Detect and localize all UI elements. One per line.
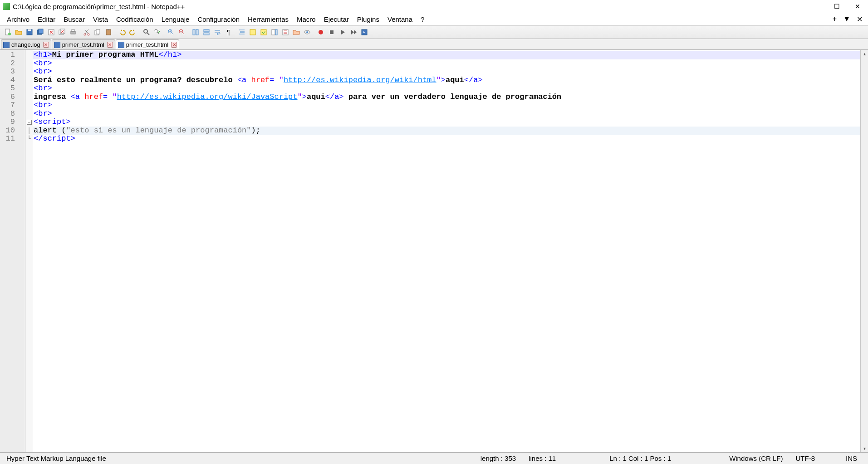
- tab-label: primer_test.html: [126, 41, 168, 48]
- menu-close-icon[interactable]: ✕: [855, 15, 864, 24]
- redo-icon[interactable]: [128, 27, 138, 37]
- menu-codificacion[interactable]: Codificación: [112, 15, 157, 24]
- scroll-down-icon[interactable]: ▾: [861, 444, 868, 452]
- menu-herramientas[interactable]: Herramientas: [244, 15, 293, 24]
- folder-icon[interactable]: [291, 27, 301, 37]
- sync-v-icon[interactable]: [191, 27, 201, 37]
- lang-icon[interactable]: [248, 27, 258, 37]
- print-icon[interactable]: [68, 27, 78, 37]
- svg-rect-22: [196, 29, 198, 35]
- svg-rect-26: [261, 29, 266, 35]
- svg-rect-23: [204, 29, 209, 32]
- status-ins[interactable]: INS: [839, 454, 868, 462]
- replace-icon[interactable]: [152, 27, 162, 37]
- menu-help[interactable]: ?: [417, 15, 428, 24]
- status-encoding[interactable]: UTF-8: [789, 454, 821, 462]
- menu-dropdown-icon[interactable]: ▼: [841, 15, 852, 23]
- close-button[interactable]: ✕: [847, 0, 868, 13]
- tab-close-icon[interactable]: ✕: [171, 42, 177, 48]
- svg-point-32: [319, 30, 323, 34]
- line-number-gutter: 1234567891011: [0, 50, 25, 452]
- tab-label: change.log: [11, 41, 40, 48]
- tabs-bar: change.log ✕ primer_test.html ✕ primer_t…: [0, 39, 868, 50]
- close-file-icon[interactable]: [46, 27, 56, 37]
- zoom-out-icon[interactable]: [177, 27, 187, 37]
- udl-icon[interactable]: [259, 27, 269, 37]
- save-macro-icon[interactable]: [359, 27, 369, 37]
- menu-buscar[interactable]: Buscar: [59, 15, 89, 24]
- fold-column: −│└: [25, 50, 33, 452]
- code-area[interactable]: <h1>Mi primer programa HTML</h1><br><br>…: [33, 50, 860, 452]
- zoom-in-icon[interactable]: [166, 27, 176, 37]
- svg-rect-14: [96, 29, 100, 34]
- menu-lenguaje[interactable]: Lenguaje: [157, 15, 194, 24]
- stop-macro-icon[interactable]: [327, 27, 337, 37]
- window-title: C:\Lógica de programación\primer_test.ht…: [13, 3, 805, 10]
- status-lines: lines : 11: [522, 454, 562, 462]
- monitor-icon[interactable]: [302, 27, 312, 37]
- svg-point-1: [8, 33, 11, 35]
- wrap-icon[interactable]: [212, 27, 222, 37]
- undo-icon[interactable]: [117, 27, 127, 37]
- record-macro-icon[interactable]: [316, 27, 326, 37]
- window-controls: — ☐ ✕: [805, 0, 868, 13]
- menu-archivo[interactable]: Archivo: [3, 15, 34, 24]
- svg-rect-5: [39, 29, 43, 34]
- new-file-icon[interactable]: [3, 27, 13, 37]
- tab-change-log[interactable]: change.log ✕: [1, 39, 51, 49]
- save-all-icon[interactable]: [35, 27, 45, 37]
- document-icon: [54, 42, 60, 48]
- svg-rect-16: [108, 29, 109, 30]
- menu-bar: Archivo Editar Buscar Vista Codificación…: [0, 13, 868, 25]
- copy-icon[interactable]: [93, 27, 103, 37]
- tab-label: primer_test.html: [62, 41, 104, 48]
- document-icon: [118, 42, 124, 48]
- doc-map-icon[interactable]: [270, 27, 280, 37]
- find-icon[interactable]: [142, 27, 152, 37]
- sync-h-icon[interactable]: [201, 27, 211, 37]
- indent-guide-icon[interactable]: [237, 27, 247, 37]
- svg-rect-25: [250, 29, 255, 35]
- menu-editar[interactable]: Editar: [34, 15, 59, 24]
- toolbar: ¶: [0, 25, 868, 39]
- tab-primer-test-1[interactable]: primer_test.html ✕: [52, 39, 115, 49]
- play-macro-icon[interactable]: [338, 27, 348, 37]
- func-list-icon[interactable]: [280, 27, 290, 37]
- svg-rect-24: [204, 33, 209, 35]
- editor: 1234567891011 −│└ <h1>Mi primer programa…: [0, 50, 868, 452]
- app-icon: [3, 3, 10, 10]
- status-file-type: Hyper Text Markup Language file: [0, 454, 113, 462]
- tab-close-icon[interactable]: ✕: [43, 42, 49, 48]
- minimize-button[interactable]: —: [805, 0, 826, 13]
- menu-ejecutar[interactable]: Ejecutar: [320, 15, 353, 24]
- status-length: length : 353: [474, 454, 522, 462]
- show-all-icon[interactable]: ¶: [223, 27, 233, 37]
- svg-rect-3: [28, 29, 31, 31]
- svg-rect-21: [193, 29, 195, 35]
- status-position: Ln : 1 Col : 1 Pos : 1: [603, 454, 677, 462]
- maximize-button[interactable]: ☐: [826, 0, 847, 13]
- svg-rect-33: [330, 30, 333, 34]
- menu-plugins[interactable]: Plugins: [353, 15, 383, 24]
- play-multi-icon[interactable]: [348, 27, 358, 37]
- scroll-up-icon[interactable]: ▴: [861, 50, 868, 58]
- menu-ventana[interactable]: Ventana: [383, 15, 417, 24]
- paste-icon[interactable]: [103, 27, 113, 37]
- close-all-icon[interactable]: [57, 27, 67, 37]
- menu-macro[interactable]: Macro: [293, 15, 320, 24]
- tab-close-icon[interactable]: ✕: [107, 42, 113, 48]
- status-eol[interactable]: Windows (CR LF): [723, 454, 789, 462]
- svg-rect-9: [71, 31, 75, 34]
- save-icon[interactable]: [25, 27, 34, 37]
- svg-point-31: [306, 31, 308, 33]
- menu-configuracion[interactable]: Configuración: [193, 15, 244, 24]
- tab-primer-test-2[interactable]: primer_test.html ✕: [116, 39, 179, 49]
- vertical-scrollbar[interactable]: ▴ ▾: [860, 50, 868, 452]
- menu-vista[interactable]: Vista: [89, 15, 112, 24]
- menu-add-icon[interactable]: +: [831, 15, 839, 23]
- svg-point-17: [144, 29, 147, 33]
- document-icon: [3, 42, 10, 48]
- open-file-icon[interactable]: [14, 27, 24, 37]
- status-bar: Hyper Text Markup Language file length :…: [0, 452, 868, 464]
- cut-icon[interactable]: [82, 27, 92, 37]
